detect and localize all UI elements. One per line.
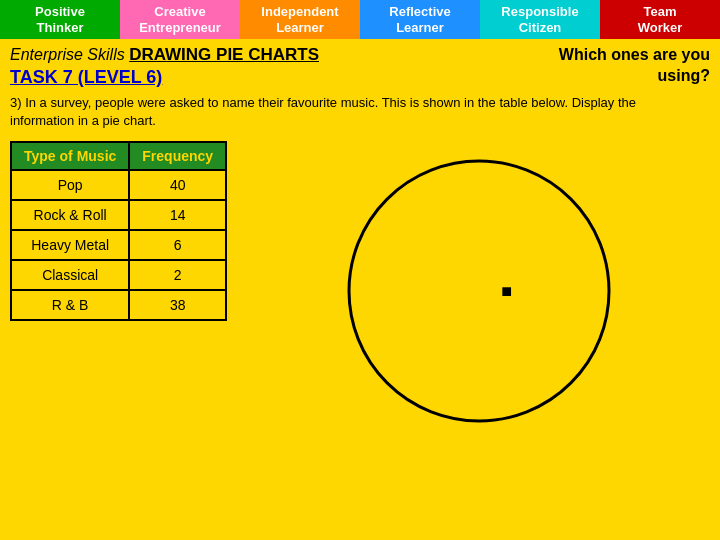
cell-music-type: Heavy Metal (11, 230, 129, 260)
description-text: 3) In a survey, people were asked to nam… (10, 95, 636, 128)
task-title: TASK 7 (LEVEL 6) (10, 67, 510, 88)
title-block: Enterprise Skills DRAWING PIE CHARTS TAS… (10, 45, 510, 88)
top-navigation: PositiveThinker CreativeEntrepreneur Ind… (0, 0, 720, 39)
chart-area: ■ (247, 141, 710, 431)
tab-positive-thinker[interactable]: PositiveThinker (0, 0, 120, 39)
which-ones-label: Which ones are you using? (510, 45, 710, 87)
pie-chart-svg (339, 151, 619, 431)
col-header-music: Type of Music (11, 142, 129, 170)
cell-music-type: Pop (11, 170, 129, 200)
cell-frequency: 40 (129, 170, 226, 200)
tab-responsible-citizen[interactable]: ResponsibleCitizen (480, 0, 600, 39)
tab-reflective-learner[interactable]: ReflectiveLearner (360, 0, 480, 39)
tab-independent-learner[interactable]: IndependentLearner (240, 0, 360, 39)
svg-point-0 (349, 161, 609, 421)
enterprise-title: Enterprise Skills DRAWING PIE CHARTS (10, 45, 510, 65)
drawing-pie-charts-label: DRAWING PIE CHARTS (129, 45, 319, 64)
cell-frequency: 2 (129, 260, 226, 290)
cell-frequency: 14 (129, 200, 226, 230)
cell-music-type: Rock & Roll (11, 200, 129, 230)
header-row: Enterprise Skills DRAWING PIE CHARTS TAS… (10, 45, 710, 88)
content-area: Type of Music Frequency Pop40Rock & Roll… (10, 141, 710, 431)
col-header-frequency: Frequency (129, 142, 226, 170)
tab-creative-entrepreneur[interactable]: CreativeEntrepreneur (120, 0, 240, 39)
cell-frequency: 38 (129, 290, 226, 320)
tab-team-worker[interactable]: TeamWorker (600, 0, 720, 39)
table-row: Heavy Metal6 (11, 230, 226, 260)
table-row: Pop40 (11, 170, 226, 200)
task-description: 3) In a survey, people were asked to nam… (10, 94, 690, 130)
cell-frequency: 6 (129, 230, 226, 260)
chart-dot: ■ (501, 280, 512, 301)
main-content: Enterprise Skills DRAWING PIE CHARTS TAS… (0, 39, 720, 436)
table-row: Rock & Roll14 (11, 200, 226, 230)
cell-music-type: Classical (11, 260, 129, 290)
enterprise-skills-label: Enterprise Skills (10, 46, 129, 63)
data-table: Type of Music Frequency Pop40Rock & Roll… (10, 141, 227, 321)
table-row: Classical2 (11, 260, 226, 290)
pie-chart: ■ (339, 151, 619, 431)
table-row: R & B38 (11, 290, 226, 320)
cell-music-type: R & B (11, 290, 129, 320)
